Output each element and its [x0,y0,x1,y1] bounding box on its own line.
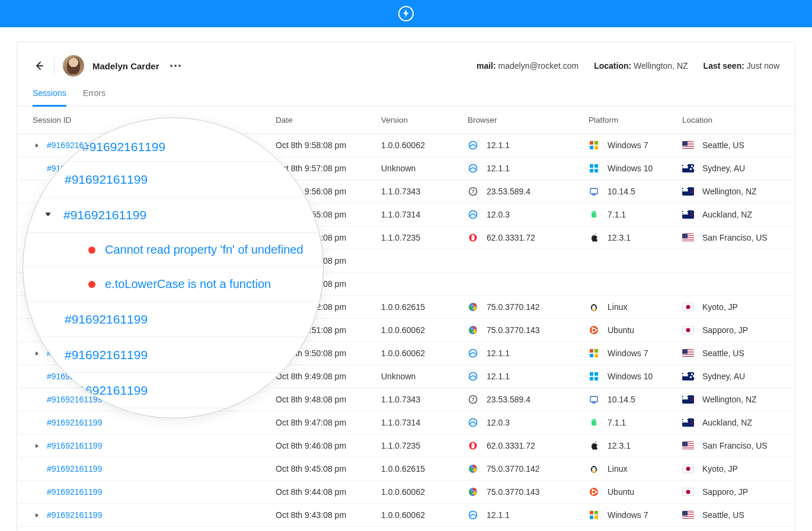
mag-error-row[interactable]: e.toLowerCase is not a function [23,267,323,302]
mag-session-row-expanded[interactable]: #91692161199 [23,197,323,233]
more-button[interactable] [170,65,181,67]
caret-right-icon[interactable] [34,351,40,356]
mac-icon [589,394,599,405]
flag-us-icon [682,233,694,242]
ie-icon [468,417,478,428]
session-link[interactable]: #91692161199 [47,464,102,474]
cell-version: Unknown [381,372,468,381]
bolt-icon [398,6,414,21]
cell-platform: Windows 7 [589,140,682,151]
table-row[interactable]: #91692161199Oct 8th 9:43:08 pm1.0.0.6006… [17,504,795,527]
platform-name: 10.14.5 [608,395,635,404]
tab-sessions[interactable]: Sessions [33,88,66,107]
tabs: Sessions Errors [17,76,795,107]
win7-icon [589,510,599,520]
col-platform: Platform [589,116,682,124]
caret-right-icon[interactable] [34,443,40,449]
ubuntu-icon [589,487,599,497]
win10-icon [589,163,599,174]
caret-right-icon[interactable] [34,513,40,518]
flag-nz-icon [682,418,694,427]
platform-name: 12.3.1 [608,233,631,242]
location-text: Sapporo, JP [702,325,748,335]
cell-location: Sapporo, JP [682,325,779,335]
location-text: Seattle, US [702,140,744,150]
mag-session-row[interactable]: #91692161199 [23,302,323,337]
tab-errors[interactable]: Errors [83,88,106,106]
platform-name: 10.14.5 [608,187,635,196]
cell-browser: 12.0.3 [468,209,589,220]
caret-down-icon[interactable] [44,210,52,220]
cell-platform: 12.3.1 [589,440,682,451]
cell-browser: 12.0.3 [468,417,589,428]
opera-icon [468,232,478,243]
cell-version: 1.0.0.62615 [381,464,468,474]
flag-jp-icon [682,488,694,496]
cell-browser: 12.1.1 [468,140,589,151]
back-button[interactable] [33,59,46,72]
platform-name: Ubuntu [608,325,634,335]
session-link[interactable]: #91692161199 [47,487,102,497]
cell-version: 1.0.0.60062 [381,510,468,520]
cell-version: 1.0.0.60062 [381,487,468,497]
platform-name: Linux [608,302,627,312]
session-link[interactable]: #91692161199 [47,418,102,427]
session-link[interactable]: #91692161199 [63,208,146,222]
cell-browser: 75.0.3770.142 [468,302,589,312]
cell-browser: 62.0.3331.72 [468,440,589,451]
cell-platform: Linux [589,463,682,474]
session-link[interactable]: #91692161199 [65,348,148,362]
cell-browser: 12.1.1 [468,348,589,359]
location-text: Seattle, US [702,348,744,358]
mag-error-row[interactable]: Cannot read property 'fn' of undefined [23,233,323,267]
table-row[interactable]: #91692161199Oct 8th 9:44:08 pm1.0.0.6006… [17,481,795,504]
cell-location: Kyoto, JP [682,302,779,312]
cell-location: Seattle, US [682,510,779,520]
win10-icon [589,371,599,382]
cell-platform: Windows 7 [589,510,682,520]
browser-version: 12.1.1 [487,140,510,150]
cell-browser: 12.1.1 [468,163,589,174]
flag-nz-icon [682,187,694,196]
mag-session-row[interactable]: #91692161199 [23,337,323,373]
platform-name: Windows 7 [608,348,648,358]
table-row[interactable]: #91692161199Oct 8th 9:52:08 pmUnknown12.… [17,527,795,531]
cell-date: Oct 8th 9:45:08 pm [276,464,381,474]
location-text: Auckland, NZ [702,418,752,427]
cell-version: 1.1.0.7235 [381,233,468,242]
browser-version: 62.0.3331.72 [487,441,535,450]
flag-us-icon [682,349,694,357]
session-link[interactable]: #91692161199 [65,312,148,327]
cell-date: Oct 8th 9:44:08 pm [276,487,381,497]
table-row[interactable]: #91692161199Oct 8th 9:45:08 pm1.0.0.6261… [17,458,795,481]
platform-name: Linux [608,464,627,474]
session-link[interactable]: #91692161199 [82,140,165,154]
caret-right-icon[interactable] [34,143,40,148]
platform-name: Windows 10 [608,372,653,381]
cell-browser: 75.0.3770.143 [468,487,589,497]
flag-nz-icon [682,395,694,404]
cell-platform: Ubuntu [589,325,682,335]
location-value: Wellington, NZ [634,61,688,71]
table-row[interactable]: #91692161199Oct 8th 9:47:08 pm1.1.0.7314… [17,411,795,434]
android-icon [589,209,599,220]
cell-date: Oct 8th 9:47:08 pm [276,418,381,427]
flag-au-icon [682,372,694,380]
cell-location: Sydney, AU [682,164,779,173]
browser-version: 75.0.3770.143 [487,325,540,335]
col-location: Location [682,116,779,124]
cell-browser: 12.1.1 [468,371,589,382]
session-link[interactable]: #91692161199 [47,441,102,450]
cell-platform: 10.14.5 [589,394,682,405]
mail-value: madelyn@rocket.com [498,61,579,71]
session-link[interactable]: #91692161199 [65,172,148,187]
session-link[interactable]: #91692161199 [47,510,102,520]
cell-date: Oct 8th 9:43:08 pm [276,510,381,520]
cell-location: San Franciso, US [682,441,779,450]
linux-icon [589,302,599,312]
table-row[interactable]: #91692161199Oct 8th 9:46:08 pm1.1.0.7235… [17,434,795,458]
mag-session-row[interactable]: #91692161199 [23,162,323,197]
chrome-icon [468,487,478,497]
cell-platform: 7.1.1 [589,209,682,220]
location-text: Seattle, US [702,510,744,520]
